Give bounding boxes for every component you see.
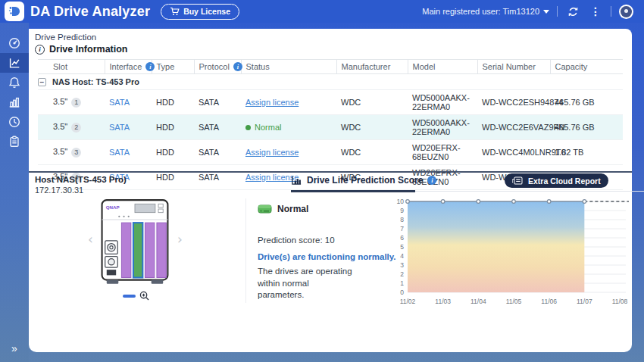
svg-text:0: 0 [400,289,404,296]
sidebar-item-dashboard[interactable] [0,33,29,53]
divider [611,6,611,17]
sidebar-item-statistics[interactable] [0,92,29,112]
status-normal-label: Normal [255,123,281,132]
protocol-info-icon[interactable]: i [233,62,242,71]
divider [557,6,558,17]
nas-host-group-row: − NAS Host: TS-453 Pro [38,74,623,90]
svg-text:9: 9 [400,207,404,214]
report-clipboard-icon [8,135,21,148]
type-cell: HDD [152,90,194,115]
collapse-group-icon[interactable]: − [38,78,46,86]
statistics-bars-icon [8,95,21,109]
col-slot: Slot [53,62,67,71]
type-cell: HDD [152,165,194,190]
col-interface: Interface [110,62,142,71]
page-title: Drive Prediction [35,33,96,42]
tab-row-border [415,191,644,192]
svg-text:11/02: 11/02 [400,298,416,305]
col-model: Model [413,62,436,71]
buy-license-button[interactable]: Buy License [161,4,239,20]
col-type: Type [157,62,175,71]
serial-cell: WD-WCC2ESH94874 [477,90,550,115]
user-avatar[interactable] [619,5,633,19]
manufacturer-cell: WDC [336,90,408,115]
group-label: NAS Host: TS-453 Pro [52,77,139,86]
carousel-page-indicator[interactable] [123,295,136,298]
zoom-in-icon[interactable] [139,290,149,304]
capacity-cell: 465.76 GB [550,90,623,115]
manufacturer-cell: WDC [336,115,408,140]
interface-link[interactable]: SATA [109,123,130,132]
host-ip: 172.17.30.31 [35,186,83,195]
extra-cloud-report-button[interactable]: Extra Cloud Report [505,173,608,188]
interface-link[interactable]: SATA [109,98,130,107]
model-cell: WD20EFRX-68EUZN0 [408,140,477,165]
drive-status-label: Normal [277,204,308,214]
carousel-prev-icon[interactable]: ‹ [88,233,93,246]
table-row[interactable]: 3.5"2 SATA HDD SATA Normal WDC WD5000AAK… [38,115,623,140]
svg-text:1: 1 [400,279,404,287]
svg-text:6: 6 [400,234,404,242]
capacity-cell: 465.76 GB [550,115,623,140]
svg-text:11/06: 11/06 [541,298,557,305]
tab-drive-life-prediction-score[interactable]: Drive Life Prediction Score i [291,175,436,186]
carousel-next-icon[interactable]: › [177,233,183,246]
capacity-cell: 1.82 TB [550,140,623,165]
sidebar-item-history[interactable] [0,112,29,132]
slot-size: 3.5" [53,122,67,131]
svg-text:10: 10 [397,198,405,205]
section-title: Drive Information [49,44,128,55]
prediction-score-info-icon[interactable]: i [427,176,436,185]
protocol-cell: SATA [194,165,241,190]
type-cell: HDD [152,140,194,165]
serial-cell: WD-WCC4M0LNR9T6 [477,140,550,165]
sidebar-item-drive-prediction[interactable] [0,53,29,73]
svg-text:11/08: 11/08 [612,298,628,305]
prediction-body-text: The drives are operating within normal p… [258,266,355,301]
sidebar-item-reports[interactable] [0,132,29,151]
buy-license-label: Buy License [183,7,230,16]
refresh-icon[interactable] [565,4,580,19]
history-clock-icon [8,115,21,129]
svg-text:5: 5 [400,243,404,251]
expand-sidebar-icon[interactable]: » [0,341,29,356]
assign-license-link[interactable]: Assign license [245,98,299,107]
bay-number-badge: 3 [71,148,81,158]
section-divider [29,171,632,173]
sidebar: » [0,23,29,362]
table-row[interactable]: 3.5"3 SATA HDD SATA Assign license WDC W… [38,140,623,165]
svg-text:4: 4 [400,252,404,260]
model-cell: WD5000AAKX-22ERMA0 [408,90,477,115]
assign-license-link[interactable]: Assign license [245,148,299,157]
divider [245,198,246,303]
chevron-down-icon [543,10,549,14]
more-options-icon[interactable]: ⋮ [588,4,603,19]
cart-icon [170,7,180,16]
prediction-trend-icon [8,56,21,70]
slot-size: 3.5" [53,97,67,106]
tab-label: Drive Life Prediction Score [307,175,423,186]
interface-link[interactable]: SATA [109,148,130,157]
nas-device-illustration: QNAP [95,197,174,292]
table-header-row: Slot Interfacei Type Protocoli Status Ma… [38,60,623,74]
drive-information-info-icon[interactable]: i [35,45,45,55]
table-row[interactable]: 3.5"1 SATA HDD SATA Assign license WDC W… [38,90,623,115]
registered-user-dropdown[interactable]: Main registered user: Tim13120 [422,7,549,16]
col-status: Status [246,62,270,71]
status-dot-icon [245,125,251,130]
svg-text:11/03: 11/03 [435,298,451,305]
prediction-chart: 01234567891011/0211/0311/0411/0511/0611/… [388,194,632,309]
host-name: Host NAS(TS-453 Pro) [35,175,127,184]
bay-number-badge: 1 [71,98,81,108]
svg-text:2: 2 [400,270,404,278]
svg-text:3: 3 [400,261,404,269]
col-protocol: Protocol [199,62,230,71]
sidebar-item-notifications[interactable] [0,73,29,92]
prediction-score-chart-icon [291,175,302,186]
prediction-headline: Drive(s) are functioning normally. [258,252,396,261]
extra-cloud-report-label: Extra Cloud Report [528,176,601,186]
svg-text:11/05: 11/05 [506,298,522,305]
col-serial: Serial Number [483,62,536,71]
col-capacity: Capacity [555,62,588,71]
slot-size: 3.5" [53,147,67,156]
